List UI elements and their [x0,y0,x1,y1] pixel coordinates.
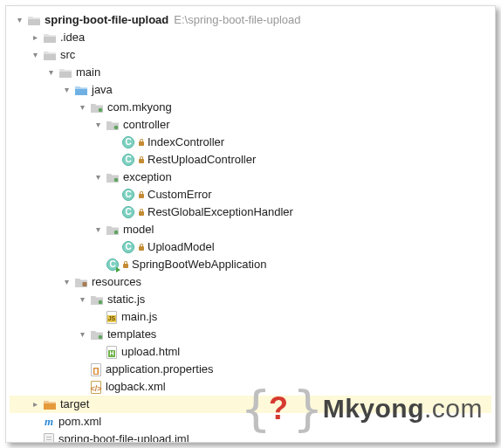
expand-down-icon[interactable]: ▾ [60,84,72,96]
svg-point-2 [114,178,119,183]
tree-row[interactable]: CUploadModel [10,238,491,256]
tree-row[interactable]: ▾templates [10,326,491,343]
expand-down-icon[interactable]: ▾ [76,328,88,341]
tree-row[interactable]: ▾com.mkyong [10,99,491,116]
tree-label: RestGlobalExceptionHandler [148,203,293,221]
tree-label: model [123,221,154,238]
folder-icon [58,65,72,79]
expand-right-icon[interactable]: ▸ [29,398,41,410]
tree-row[interactable]: </>logback.xml [10,378,491,396]
lock-icon [139,156,144,163]
tree-label: logback.xml [106,378,166,396]
expand-down-icon[interactable]: ▾ [92,224,104,236]
tree-row[interactable]: ▸target [10,396,491,413]
package-icon [90,100,104,114]
expand-right-icon[interactable]: ▸ [29,31,41,44]
svg-rect-4 [83,282,87,286]
tree-label: main.js [121,308,157,326]
expand-down-icon[interactable]: ▾ [13,14,25,26]
svg-point-5 [99,300,103,305]
tree-row[interactable]: ▮application.properties [10,361,491,378]
expand-down-icon[interactable]: ▾ [29,49,41,61]
arrow-spacer [107,154,120,166]
tree-label: controller [123,116,169,134]
js-file-icon: JS [106,310,118,324]
svg-point-1 [114,126,119,130]
arrow-spacer [107,241,120,253]
java-class-icon: C [121,205,135,219]
arrow-spacer [76,381,88,393]
tree-row[interactable]: ▾src [10,46,491,64]
tree-label: templates [107,326,156,343]
arrow-spacer [107,189,120,201]
tree-label: RestUploadController [148,151,256,169]
tree-row[interactable]: ▾model [10,221,491,238]
expand-down-icon[interactable]: ▾ [45,66,57,79]
expand-down-icon[interactable]: ▾ [92,119,104,131]
tree-label: UploadModel [148,238,215,256]
tree-row[interactable]: CSpringBootWebApplication [10,256,491,273]
tree-row[interactable]: ▾static.js [10,291,491,308]
java-class-icon: C [121,188,135,202]
expand-down-icon[interactable]: ▾ [92,171,104,183]
tree-row[interactable]: spring-boot-file-upload.iml [10,431,491,443]
folder-orange-icon [43,397,57,411]
tree-row[interactable]: Hupload.html [10,343,491,361]
iml-file-icon [43,432,55,443]
tree-row[interactable]: ▾exception [10,169,491,186]
tree-label: main [76,64,100,81]
tree-row[interactable]: mpom.xml [10,413,491,431]
tree-row[interactable]: ▸.idea [10,29,491,46]
tree-row[interactable]: CRestGlobalExceptionHandler [10,203,491,221]
maven-file-icon: m [43,415,55,429]
tree-label: spring-boot-file-upload [45,11,168,29]
svg-point-0 [99,108,103,113]
tree-label: static.js [107,291,145,308]
tree-row[interactable]: CIndexController [10,134,491,151]
folder-blue-icon [74,83,88,97]
arrow-spacer [92,311,104,323]
tree-label: SpringBootWebApplication [132,256,266,273]
tree-label: com.mkyong [107,99,172,116]
svg-point-6 [99,335,103,340]
arrow-spacer [29,433,41,443]
package-icon [106,223,120,237]
svg-point-3 [114,231,119,235]
tree-row[interactable]: ▾spring-boot-file-uploadE:\spring-boot-f… [10,11,491,29]
lock-icon [139,209,144,216]
folder-icon [27,13,41,27]
resources-folder-icon [74,275,88,289]
folder-icon [43,48,57,62]
tree-label: upload.html [121,343,180,361]
arrow-spacer [29,416,41,428]
java-class-icon: C [121,135,135,149]
lock-icon [123,261,128,268]
package-icon [90,293,104,307]
tree-row[interactable]: ▾controller [10,116,491,134]
properties-file-icon: ▮ [90,362,102,376]
project-tree[interactable]: ▾spring-boot-file-uploadE:\spring-boot-f… [10,11,491,443]
arrow-spacer [76,363,88,376]
tree-row[interactable]: ▾java [10,81,491,99]
java-class-icon: C [106,258,120,272]
arrow-spacer [107,206,120,218]
expand-down-icon[interactable]: ▾ [60,276,72,288]
tree-row[interactable]: CCustomError [10,186,491,203]
expand-down-icon[interactable]: ▾ [76,293,88,306]
tree-row[interactable]: ▾resources [10,273,491,291]
package-icon [106,170,120,184]
tree-row[interactable]: CRestUploadController [10,151,491,169]
tree-label: pom.xml [58,413,101,431]
project-tree-panel: ▾spring-boot-file-uploadE:\spring-boot-f… [5,5,496,443]
project-path: E:\spring-boot-file-upload [174,11,300,29]
tree-label: target [60,396,89,413]
arrow-spacer [92,258,104,271]
tree-label: exception [123,169,172,186]
tree-label: java [92,81,113,99]
tree-row[interactable]: JSmain.js [10,308,491,326]
tree-label: spring-boot-file-upload.iml [58,431,189,443]
lock-icon [139,139,144,146]
expand-down-icon[interactable]: ▾ [76,101,88,114]
tree-row[interactable]: ▾main [10,64,491,81]
lock-icon [139,244,144,251]
